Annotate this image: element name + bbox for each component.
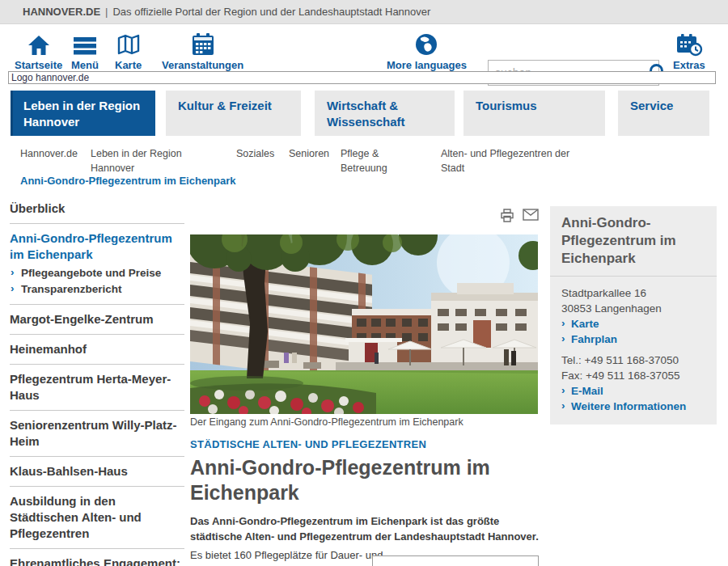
sidebar-item-ueberblick[interactable]: Überblick [10, 194, 184, 224]
article-photo [190, 234, 538, 414]
nav-extras[interactable]: Extras [673, 31, 705, 71]
infobox-title: Anni-Gondro-Pflegezentrum im Eichenpark [550, 206, 717, 277]
tab-leben-region-hannover[interactable]: Leben in der Region Hannover [11, 91, 155, 136]
tab-kultur-freizeit[interactable]: Kultur & Freizeit [166, 91, 301, 136]
sidebar-item-klaus-bahlsen[interactable]: Klaus-Bahlsen-Haus [10, 457, 184, 487]
tab-tourismus[interactable]: Tourismus [463, 91, 605, 136]
nav-more-languages[interactable]: More languages [387, 31, 467, 71]
lead-paragraph: Das Anni-Gondro-Pflegezentrum im Eichenp… [190, 513, 540, 544]
breadcrumb-item-leben[interactable]: Leben in der Region Hannover [91, 146, 196, 175]
infobox-address-street: Stadtparkallee 16 [561, 285, 705, 301]
email-icon[interactable] [523, 209, 539, 226]
site-brand: HANNOVER.DE [23, 6, 100, 18]
infobox-link-fahrplan[interactable]: Fahrplan [561, 332, 705, 347]
sidebar-subitem-pflegeangebote[interactable]: Pflegeangebote und Preise [10, 265, 184, 281]
infobox-address-city: 30853 Langenhagen [561, 301, 705, 316]
breadcrumb-item-zentren[interactable]: Alten- und Pflegezentren der Stadt [441, 146, 574, 175]
infobox-fax: Fax: +49 511 168-37055 [561, 368, 705, 383]
globe-icon [414, 31, 438, 57]
nav-startseite[interactable]: Startseite [15, 31, 62, 71]
contact-infobox: Anni-Gondro-Pflegezentrum im Eichenpark … [550, 206, 717, 424]
breadcrumb-current[interactable]: Anni-Gondro-Pflegezentrum im Eichenpark [20, 175, 236, 187]
infobox-tel: Tel.: +49 511 168-37050 [561, 353, 705, 368]
breadcrumb-item-pflege[interactable]: Pflege & Betreuung [341, 146, 405, 175]
menu-icon [72, 31, 98, 57]
sidebar-item-ausbildung[interactable]: Ausbildung in den Städtischen Alten- und… [10, 487, 184, 549]
sidebar-item-anni-gondro[interactable]: Anni-Gondro-Pflegezentrum im Eichenpark … [10, 224, 184, 305]
sidebar: Überblick Anni-Gondro-Pflegezentrum im E… [10, 194, 184, 566]
icon-navbar: Startseite Menü Karte [0, 24, 728, 71]
nav-veranstaltungen[interactable]: Veranstaltungen [162, 31, 243, 71]
breadcrumb-item-hannover[interactable]: Hannover.de [20, 146, 78, 161]
category-kicker: STÄDTISCHE ALTEN- UND PFLEGEZENTREN [190, 438, 426, 450]
tab-service[interactable]: Service [618, 91, 709, 136]
sidebar-item-willy-platz[interactable]: Seniorenzentrum Willy-Platz-Heim [10, 411, 184, 457]
site-topbar: HANNOVER.DE | Das offizielle Portal der … [0, 0, 728, 24]
body-paragraph: Es bietet 160 Pflegeplätze für Dauer- un… [190, 547, 384, 566]
calendar-clock-icon [675, 31, 703, 57]
infobox-link-more[interactable]: Weitere Informationen [561, 399, 705, 414]
photo-caption: Der Eingang zum Anni-Gondro-Pflegezentru… [190, 416, 538, 428]
sidebar-item-margot-engelke[interactable]: Margot-Engelke-Zentrum [10, 305, 184, 335]
sidebar-item-heinemanhof[interactable]: Heinemanhof [10, 335, 184, 365]
home-icon [27, 31, 51, 57]
page-actions [500, 209, 539, 226]
breadcrumb-item-senioren[interactable]: Senioren [289, 146, 329, 161]
print-icon[interactable] [500, 209, 514, 226]
nav-karte[interactable]: Karte [115, 31, 142, 71]
tab-wirtschaft-wissenschaft[interactable]: Wirtschaft & Wissenschaft [315, 91, 455, 136]
site-tagline: Das offizielle Portal der Region und der… [112, 6, 430, 18]
infobox-link-karte[interactable]: Karte [561, 316, 705, 332]
breadcrumb-item-soziales[interactable]: Soziales [236, 146, 274, 161]
nav-menu[interactable]: Menü [71, 31, 99, 71]
sidebar-subitem-transparenzbericht[interactable]: Transparenzbericht [10, 281, 184, 298]
page-title: Anni-Gondro-Pflegezentrum im Eichenpark [190, 455, 530, 505]
logo-placeholder[interactable]: Logo hannover.de [8, 71, 716, 84]
map-icon [116, 31, 141, 57]
brand-separator: | [105, 6, 108, 18]
sidebar-item-ehrenamt[interactable]: Ehrenamtliches Engagement: Demenzerkrank… [10, 549, 184, 566]
sidebar-item-herta-meyer[interactable]: Pflegezentrum Herta-Meyer-Haus [10, 365, 184, 411]
embedded-box [372, 555, 539, 566]
infobox-link-email[interactable]: E-Mail [561, 383, 705, 399]
calendar-icon [190, 31, 216, 57]
